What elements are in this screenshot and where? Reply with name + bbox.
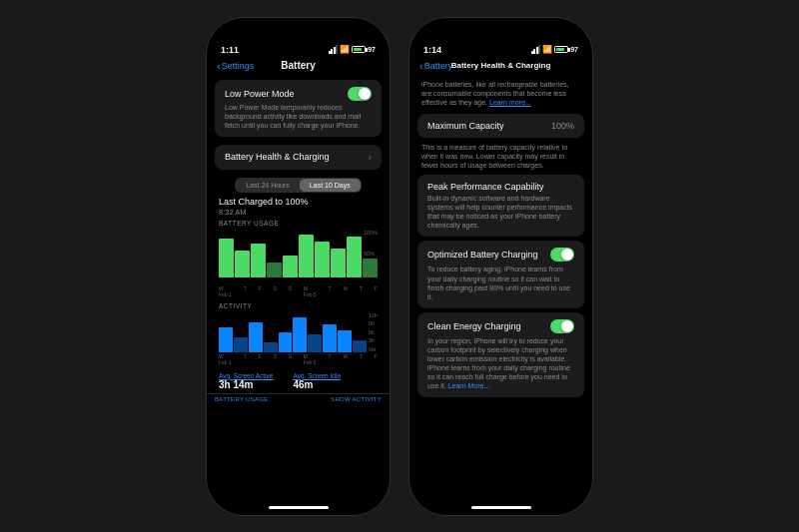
- max-capacity-label: Maximum Capacity: [427, 121, 504, 131]
- act-bar-2: [234, 337, 248, 352]
- low-power-toggle[interactable]: [348, 87, 372, 101]
- battery-fill-1: [354, 48, 362, 51]
- act-x-w2: W: [343, 353, 348, 365]
- act-y-6h: 6h: [369, 329, 378, 335]
- signal-bars-2: [531, 45, 541, 54]
- low-power-row: Low Power Mode Low Power Mode temporaril…: [215, 80, 382, 137]
- learn-more-link-1[interactable]: Learn more...: [489, 99, 531, 106]
- act-bar-7: [308, 334, 322, 352]
- x-label-t2: T: [328, 285, 331, 297]
- bottom-stats: Avg. Screen Active 3h 14m Avg. Screen Id…: [207, 369, 390, 393]
- act-y-12h: 12h: [369, 312, 378, 318]
- tab-24h[interactable]: Last 24 Hours: [236, 179, 300, 192]
- back-label-1: Settings: [222, 61, 255, 71]
- home-indicator-1: [269, 506, 329, 509]
- y-label-50: 50%: [364, 251, 378, 257]
- screen-idle-value: 46m: [293, 379, 341, 390]
- phones-container: 1:11 📶 97: [196, 7, 603, 526]
- clean-energy-row: Clean Energy Charging In your region, iP…: [417, 312, 584, 398]
- tab-10d[interactable]: Last 10 Days: [300, 179, 361, 192]
- phone-2-screen: 1:14 📶 97: [409, 18, 592, 515]
- back-label-2: Battery: [424, 61, 453, 71]
- peak-performance-row: Peak Performance Capability Built-in dyn…: [417, 175, 584, 237]
- act-x-w1: WFeb 1: [219, 353, 232, 365]
- act-bar-5: [279, 332, 293, 352]
- screen-content-2: iPhone batteries, like all rechargeable …: [409, 76, 592, 502]
- battery-health-row[interactable]: Battery Health & Charging ›: [215, 145, 382, 170]
- battery-health-label: Battery Health & Charging: [225, 152, 330, 162]
- battery-health-content: Battery Health & Charging ›: [225, 152, 372, 163]
- activity-chart-container: 12h 9h 6h 3h 0m WFeb 1 T F S: [219, 312, 378, 367]
- learn-more-link-2[interactable]: Learn More...: [448, 382, 490, 389]
- battery-usage-label: BATTERY USAGE: [207, 217, 390, 228]
- bottom-nav: BATTERY USAGE SHOW ACTIVITY: [207, 393, 390, 404]
- low-power-toggle-row: Low Power Mode: [225, 87, 372, 101]
- signal-bars-1: [329, 45, 339, 54]
- x-label-s2: S: [289, 285, 292, 297]
- screen-active-stat: Avg. Screen Active 3h 14m: [219, 372, 273, 390]
- battery-bars: [219, 230, 378, 277]
- optimized-charging-row: Optimized Battery Charging To reduce bat…: [417, 241, 584, 307]
- act-bar-10: [353, 340, 367, 352]
- last-charged-time: 8:32 AM: [207, 208, 390, 217]
- low-power-label: Low Power Mode: [225, 89, 295, 99]
- act-x-labels: WFeb 1 T F S S MFeb 5 T W T F: [219, 353, 378, 365]
- low-power-description: Low Power Mode temporarily reduces backg…: [225, 103, 372, 130]
- x-label-s1: S: [273, 285, 276, 297]
- dynamic-island-1: [274, 18, 324, 34]
- act-x-m1: MFeb 5: [304, 353, 317, 365]
- optimized-charging-desc: To reduce battery aging, iPhone learns f…: [427, 265, 574, 300]
- signal-bar-2-4: [538, 45, 540, 54]
- x-label-w1: WFeb 1: [219, 285, 232, 297]
- x-label-t1: T: [244, 285, 247, 297]
- battery-percent-2: 97: [570, 46, 578, 53]
- clean-energy-toggle[interactable]: [550, 319, 574, 333]
- last-charged-label: Last Charged to 100%: [207, 195, 390, 208]
- bar-7: [315, 242, 330, 277]
- x-label-f1: F: [259, 285, 262, 297]
- max-capacity-row: Maximum Capacity 100%: [417, 114, 584, 138]
- capacity-description: This is a measure of battery capacity re…: [409, 140, 592, 175]
- act-x-s2: S: [289, 353, 292, 365]
- health-description: iPhone batteries, like all rechargeable …: [409, 76, 592, 114]
- peak-performance-header: Peak Performance Capability: [427, 182, 574, 192]
- chart-x-labels: WFeb 1 T F S S MFeb 5 T W T F: [219, 285, 378, 297]
- optimized-charging-header: Optimized Battery Charging: [427, 248, 574, 262]
- phone-2: 1:14 📶 97: [408, 17, 593, 516]
- clean-energy-label: Clean Energy Charging: [427, 321, 521, 331]
- status-time-1: 1:11: [221, 45, 239, 55]
- signal-bar-2-2: [533, 49, 535, 54]
- act-bar-9: [338, 330, 352, 352]
- bar-6: [299, 235, 314, 277]
- act-x-s1: S: [273, 353, 276, 365]
- time-tabs: Last 24 Hours Last 10 Days: [215, 178, 382, 193]
- act-x-f1: F: [259, 353, 262, 365]
- bar-2: [235, 251, 250, 276]
- screen-content-1: Low Power Mode Low Power Mode temporaril…: [207, 76, 390, 502]
- tab-group: Last 24 Hours Last 10 Days: [235, 178, 361, 193]
- dynamic-island-2: [476, 18, 526, 34]
- screen-idle-stat: Avg. Screen Idle 46m: [293, 372, 341, 390]
- optimized-charging-toggle[interactable]: [550, 248, 574, 262]
- back-button-1[interactable]: ‹ Settings: [217, 60, 254, 72]
- x-label-t3: T: [360, 285, 363, 297]
- bottom-nav-left[interactable]: BATTERY USAGE: [215, 396, 269, 402]
- clean-energy-desc: In your region, iPhone will try to reduc…: [427, 336, 574, 391]
- back-button-2[interactable]: ‹ Battery: [419, 60, 452, 72]
- signal-bar-2: [331, 49, 333, 54]
- x-label-w2: W: [343, 285, 348, 297]
- chart-y-labels: 100% 50% 0%: [364, 230, 378, 277]
- act-x-t3: T: [360, 353, 363, 365]
- act-bar-8: [323, 324, 337, 352]
- act-x-f2: F: [375, 353, 378, 365]
- peak-performance-desc: Built-in dynamic software and hardware s…: [427, 194, 574, 230]
- screen-active-value: 3h 14m: [219, 379, 273, 390]
- back-arrow-2: ‹: [419, 60, 423, 72]
- bottom-nav-right[interactable]: SHOW ACTIVITY: [331, 396, 382, 402]
- battery-chart-container: 100% 50% 0%: [219, 230, 378, 284]
- nav-bar-1: ‹ Settings Battery: [207, 58, 390, 76]
- activity-label: ACTIVITY: [207, 299, 390, 310]
- x-label-m1: MFeb 5: [304, 285, 317, 297]
- bar-4: [267, 263, 282, 276]
- signal-bar-4: [336, 45, 338, 54]
